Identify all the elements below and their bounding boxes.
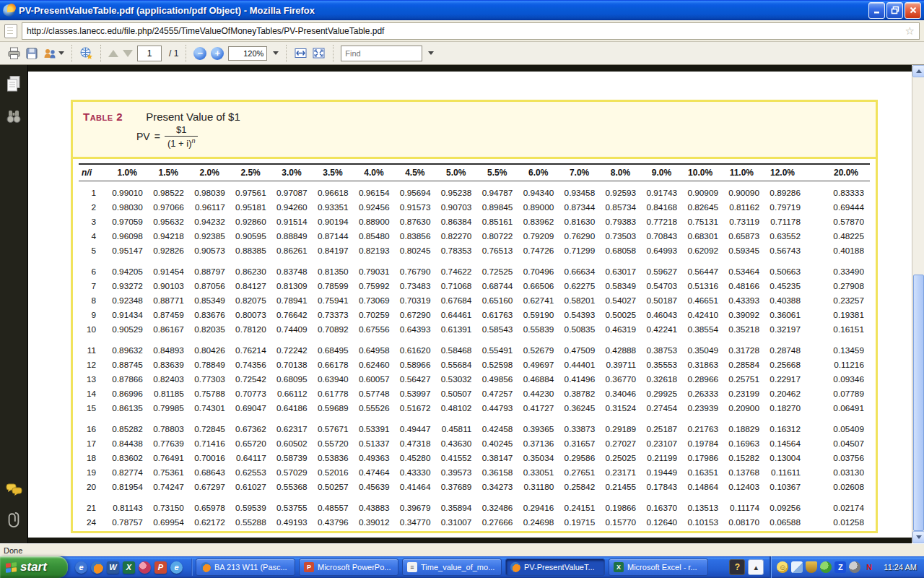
pv-factor-cell: 0.24151: [559, 494, 601, 515]
collaborate-button[interactable]: [43, 47, 64, 60]
table-title: Present Value of $1: [146, 111, 240, 123]
save-button[interactable]: [25, 47, 38, 60]
pv-factor-cell: 0.71299: [559, 243, 601, 258]
msn-icon[interactable]: e: [170, 561, 183, 574]
pv-factor-cell: 0.04507: [806, 436, 870, 451]
page-number-input[interactable]: [137, 46, 162, 61]
pv-factor-cell: 0.67290: [396, 308, 437, 322]
taskbar-button[interactable]: PV-PresentValueT...: [505, 558, 605, 576]
pv-factor-cell: 0.96117: [190, 200, 231, 215]
pv-factor-cell: 0.11611: [765, 465, 806, 480]
pages-panel-button[interactable]: [6, 75, 22, 95]
pv-factor-cell: 0.55684: [437, 358, 478, 372]
scroll-down-button[interactable]: [912, 531, 924, 543]
taskbar-button[interactable]: XMicrosoft Excel - r...: [609, 558, 708, 576]
pv-factor-cell: 0.42241: [642, 322, 683, 337]
pv-factor-cell: 0.62460: [354, 358, 396, 372]
pv-factor-cell: 0.94232: [190, 215, 231, 229]
powerpoint-icon[interactable]: P: [154, 561, 167, 574]
norton-icon[interactable]: N: [863, 561, 875, 573]
pv-factor-cell: 0.67297: [190, 480, 231, 494]
excel-icon[interactable]: X: [123, 561, 135, 574]
pv-factor-cell: 0.70892: [313, 322, 354, 337]
z-app-icon[interactable]: Z: [834, 561, 846, 573]
pv-factor-cell: 0.74247: [149, 480, 190, 494]
table-row: 60.942050.914540.887970.862300.837480.81…: [79, 258, 870, 279]
pv-factor-cell: 0.29189: [601, 415, 642, 436]
page-count-label: / 1: [169, 48, 178, 59]
search-panel-button[interactable]: [6, 108, 22, 127]
close-icon: [909, 6, 918, 14]
pv-factor-cell: 0.73373: [313, 308, 354, 322]
help-icon[interactable]: ?: [729, 559, 745, 575]
zoom-out-button[interactable]: −: [193, 47, 206, 60]
scrollbar-thumb[interactable]: [913, 275, 924, 531]
pv-factor-cell: 0.51316: [683, 279, 724, 293]
pv-factor-cell: 0.35894: [437, 494, 478, 515]
url-input[interactable]: http://classes.lanecc.edu/file.php/24555…: [22, 22, 920, 40]
show-hidden-icons-button[interactable]: ▴: [748, 559, 764, 575]
vertical-scrollbar[interactable]: [912, 65, 924, 543]
fit-page-button[interactable]: [312, 47, 326, 59]
internet-explorer-icon[interactable]: e: [75, 561, 87, 574]
start-button[interactable]: start: [0, 556, 68, 578]
restore-button[interactable]: [886, 2, 903, 19]
table-row: 110.896320.848930.804260.762140.722420.6…: [79, 337, 870, 358]
pv-factor-cell: 0.69954: [149, 515, 190, 530]
window-title: PV-PresentValueTable.pdf (application/pd…: [19, 5, 868, 16]
url-text: http://classes.lanecc.edu/file.php/24555…: [27, 26, 905, 36]
find-input[interactable]: [341, 46, 422, 61]
find-dropdown-icon[interactable]: [428, 51, 434, 55]
pv-factor-cell: 0.56447: [683, 258, 724, 279]
pv-factor-cell: 0.90595: [231, 229, 272, 243]
tools-icon[interactable]: [791, 561, 803, 573]
close-button[interactable]: [905, 2, 921, 19]
word-icon[interactable]: W: [107, 561, 119, 574]
pv-factor-cell: 0.37136: [518, 436, 559, 451]
globe-icon[interactable]: [849, 561, 860, 573]
firefox-icon[interactable]: [91, 561, 103, 574]
pv-factor-cell: 0.85282: [108, 415, 149, 436]
next-page-button[interactable]: [123, 50, 133, 57]
zoom-level[interactable]: 120%: [228, 46, 267, 61]
key-icon[interactable]: [139, 561, 151, 574]
print-button[interactable]: [7, 46, 21, 60]
attachments-panel-button[interactable]: [6, 510, 22, 532]
messenger-smiley-icon[interactable]: ☺: [777, 561, 788, 573]
formula-lhs: PV: [136, 131, 150, 142]
formula-numerator: $1: [173, 124, 189, 136]
pdf-sidebar: [0, 65, 28, 543]
period-cell: 2: [79, 200, 108, 215]
fit-width-button[interactable]: [294, 47, 308, 59]
pv-factor-cell: 0.63552: [765, 229, 806, 243]
bookmark-star-icon[interactable]: ☆: [905, 25, 915, 36]
pv-factor-cell: 0.73069: [354, 293, 396, 308]
pv-factor-cell: 0.83602: [108, 451, 149, 465]
pv-factor-cell: 0.43883: [354, 494, 396, 515]
pv-factor-cell: 0.07789: [806, 387, 870, 401]
pv-factor-cell: 0.84168: [642, 200, 683, 215]
clock[interactable]: 11:24 AM: [884, 563, 917, 571]
pv-factor-cell: 0.34273: [477, 480, 518, 494]
taskbar-button[interactable]: BA 213 W11 (Pasc...: [196, 558, 295, 576]
zoom-dropdown-icon[interactable]: [273, 51, 279, 55]
shield-icon[interactable]: [806, 561, 817, 573]
taskbar-button[interactable]: ≡Time_value_of_mo...: [402, 558, 502, 576]
minimize-button[interactable]: [868, 2, 885, 19]
restore-icon: [891, 6, 899, 14]
pv-factor-cell: 0.72845: [190, 415, 231, 436]
comments-panel-button[interactable]: [6, 483, 23, 500]
up-arrow-icon: [108, 50, 118, 57]
previous-page-button[interactable]: [108, 50, 118, 57]
pv-factor-cell: 0.17986: [683, 451, 724, 465]
taskbar-button[interactable]: PMicrosoft PowerPo...: [299, 558, 398, 576]
scroll-up-button[interactable]: [912, 65, 924, 77]
green-app-icon[interactable]: [820, 561, 832, 573]
pv-factor-cell: 0.71416: [190, 436, 231, 451]
pv-factor-cell: 0.62317: [272, 415, 313, 436]
pv-factor-cell: 0.94218: [149, 229, 190, 243]
zoom-in-button[interactable]: +: [211, 47, 224, 60]
pv-factor-cell: 0.68058: [601, 243, 642, 258]
pv-factor-cell: 0.65160: [477, 293, 518, 308]
web-button[interactable]: [79, 46, 93, 60]
